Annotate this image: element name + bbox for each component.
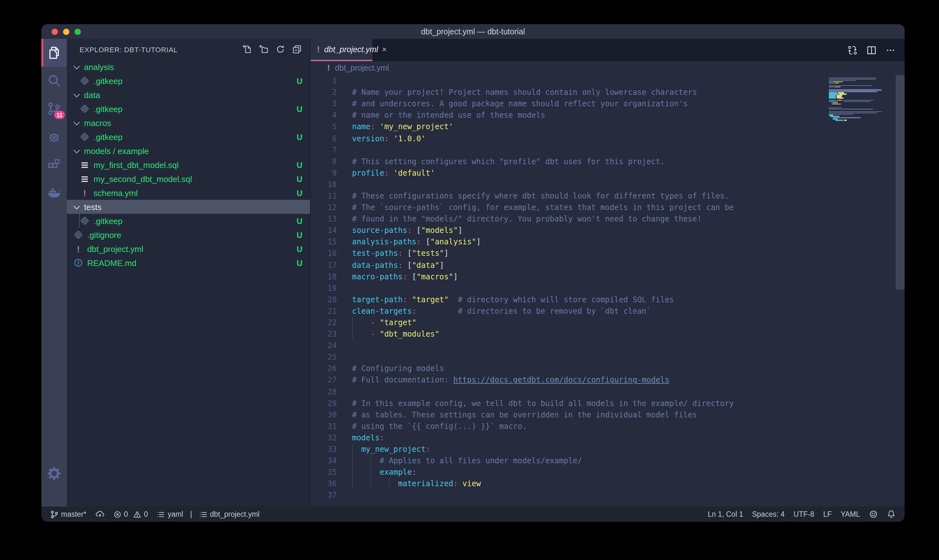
activity-explorer[interactable]	[42, 39, 67, 67]
notifications-button[interactable]	[884, 506, 898, 522]
readme-info-icon: i	[73, 258, 83, 268]
tree-item-label: macros	[84, 118, 302, 128]
breadcrumb[interactable]: ! dbt_project.yml	[311, 61, 905, 75]
code-line-16[interactable]: 16test-paths: ["tests"]	[311, 248, 822, 259]
code-line-35[interactable]: 35 example:	[311, 466, 822, 478]
sync-changes-button[interactable]	[92, 506, 107, 522]
code-line-12[interactable]: 12# The `source-paths` config, for examp…	[311, 202, 822, 213]
code-text: my_new_project:	[352, 445, 430, 454]
tree-file-dbt-project-yml[interactable]: !dbt_project.ymlU	[67, 242, 310, 256]
activity-extensions[interactable]	[42, 151, 67, 179]
code-line-11[interactable]: 11# These configurations specify where d…	[311, 190, 822, 202]
tree-file--gitignore[interactable]: .gitignoreU	[67, 228, 310, 242]
code-line-14[interactable]: 14source-paths: ["models"]	[311, 225, 822, 236]
code-line-26[interactable]: 26# Configuring models	[311, 363, 822, 374]
code-line-2[interactable]: 2# Name your project! Project names shou…	[311, 86, 822, 98]
code-line-20[interactable]: 20target-path: "target" # directory whic…	[311, 294, 822, 305]
activity-run-debug[interactable]	[42, 123, 67, 151]
split-editor-button[interactable]	[867, 45, 877, 55]
code-line-28[interactable]: 28	[311, 386, 822, 397]
tree-folder-macros[interactable]: macros	[67, 116, 310, 130]
code-line-31[interactable]: 31# using the `{{ config(...) }}` macro.	[311, 421, 822, 432]
code-area[interactable]: 12# Name your project! Project names sho…	[311, 75, 822, 501]
code-line-30[interactable]: 30# as tables. These settings can be ove…	[311, 409, 822, 420]
activity-source-control[interactable]: 11	[42, 95, 67, 123]
more-actions-button[interactable]	[885, 45, 896, 55]
tree-folder-data[interactable]: data	[67, 88, 310, 102]
feedback-button[interactable]	[867, 506, 881, 522]
tree-file-my-second-dbt-model-sql[interactable]: my_second_dbt_model.sqlU	[67, 172, 310, 186]
code-line-9[interactable]: 9profile: 'default'	[311, 168, 822, 179]
line-number: 32	[311, 433, 337, 442]
code-line-24[interactable]: 24	[311, 340, 822, 351]
activity-search[interactable]	[42, 67, 67, 95]
new-file-button[interactable]	[241, 44, 253, 55]
code-line-18[interactable]: 18macro-paths: ["macros"]	[311, 271, 822, 282]
tree-folder-models-example[interactable]: models / example	[67, 144, 310, 158]
line-number: 16	[311, 249, 337, 258]
code-line-25[interactable]: 25	[311, 352, 822, 363]
minimap[interactable]	[824, 75, 895, 506]
language-mode[interactable]: YAML	[838, 506, 863, 522]
editor-scrollbar[interactable]	[896, 75, 905, 289]
indentation-setting[interactable]: Spaces: 4	[750, 506, 787, 522]
cursor-position[interactable]: Ln 1, Col 1	[705, 506, 745, 522]
refresh-explorer-button[interactable]	[274, 44, 286, 55]
code-line-33[interactable]: 33 my_new_project:	[311, 443, 822, 455]
tree-file--gitkeep[interactable]: .gitkeepU	[67, 102, 310, 116]
tree-folder-analysis[interactable]: analysis	[67, 60, 310, 74]
code-line-17[interactable]: 17data-paths: ["data"]	[311, 259, 822, 271]
code-line-29[interactable]: 29# In this example config, we tell dbt …	[311, 397, 822, 409]
code-line-37[interactable]: 37	[311, 490, 822, 501]
code-line-32[interactable]: 32models:	[311, 432, 822, 443]
code-text: # Applies to all files under models/exam…	[352, 456, 582, 465]
linter-file-status[interactable]: dbt_project.yml	[196, 506, 262, 522]
code-line-19[interactable]: 19	[311, 282, 822, 294]
tree-file-readme-md[interactable]: iREADME.mdU	[67, 256, 310, 270]
problems-status[interactable]: 0 0	[111, 506, 151, 522]
code-line-15[interactable]: 15analysis-paths: ["analysis"]	[311, 236, 822, 248]
tab-dbt-project-yml[interactable]: ! dbt_project.yml ×	[311, 39, 373, 61]
code-line-13[interactable]: 13# found in the "models/" directory. Yo…	[311, 213, 822, 225]
breadcrumb-file[interactable]: dbt_project.yml	[335, 64, 389, 72]
activity-docker[interactable]	[42, 179, 67, 207]
eol-setting[interactable]: LF	[820, 506, 834, 522]
editor-pane[interactable]: 12# Name your project! Project names sho…	[311, 75, 905, 506]
code-line-1[interactable]: 1	[311, 75, 822, 86]
chevron-down-icon	[74, 91, 80, 97]
git-branch-status[interactable]: master*	[48, 506, 89, 522]
tree-file--gitkeep[interactable]: .gitkeepU	[67, 214, 310, 228]
new-folder-button[interactable]	[258, 44, 269, 55]
explorer-title: EXPLORER: DBT-TUTORIAL	[80, 46, 241, 53]
git-file-icon	[80, 76, 90, 86]
settings-button[interactable]	[42, 462, 67, 488]
code-line-34[interactable]: 34 # Applies to all files under models/e…	[311, 455, 822, 466]
tree-file-schema-yml[interactable]: !schema.ymlU	[67, 186, 310, 200]
code-line-6[interactable]: 6version: '1.0.0'	[311, 133, 822, 144]
tree-folder-tests[interactable]: tests	[67, 200, 310, 214]
tree-file--gitkeep[interactable]: .gitkeepU	[67, 74, 310, 88]
code-line-23[interactable]: 23 - "dbt_modules"	[311, 328, 822, 340]
code-line-22[interactable]: 22 - "target"	[311, 317, 822, 328]
line-number: 4	[311, 111, 337, 120]
explorer-sidebar: EXPLORER: DBT-TUTORIAL	[67, 39, 311, 506]
documentation-link[interactable]: https://docs.getdbt.com/docs/configuring…	[453, 376, 670, 385]
linter-yaml-status[interactable]: yaml	[154, 506, 186, 522]
code-line-10[interactable]: 10	[311, 179, 822, 190]
vscode-window: dbt_project.yml — dbt-tutorial	[42, 24, 905, 522]
code-line-3[interactable]: 3# and underscores. A good package name …	[311, 98, 822, 109]
code-line-27[interactable]: 27# Full documentation: https://docs.get…	[311, 374, 822, 386]
code-line-7[interactable]: 7	[311, 144, 822, 155]
code-line-4[interactable]: 4# name or the intended use of these mod…	[311, 110, 822, 121]
open-changes-button[interactable]	[847, 45, 857, 55]
collapse-folders-button[interactable]	[291, 44, 302, 55]
tree-file--gitkeep[interactable]: .gitkeepU	[67, 130, 310, 144]
code-line-5[interactable]: 5name: 'my_new_project'	[311, 121, 822, 133]
close-tab-icon[interactable]: ×	[382, 45, 387, 54]
code-line-36[interactable]: 36 materialized: view	[311, 478, 822, 490]
code-line-21[interactable]: 21clean-targets: # directories to be rem…	[311, 305, 822, 317]
encoding-setting[interactable]: UTF-8	[791, 506, 817, 522]
bug-icon	[47, 130, 61, 144]
code-line-8[interactable]: 8# This setting configures which "profil…	[311, 155, 822, 167]
tree-file-my-first-dbt-model-sql[interactable]: my_first_dbt_model.sqlU	[67, 158, 310, 172]
